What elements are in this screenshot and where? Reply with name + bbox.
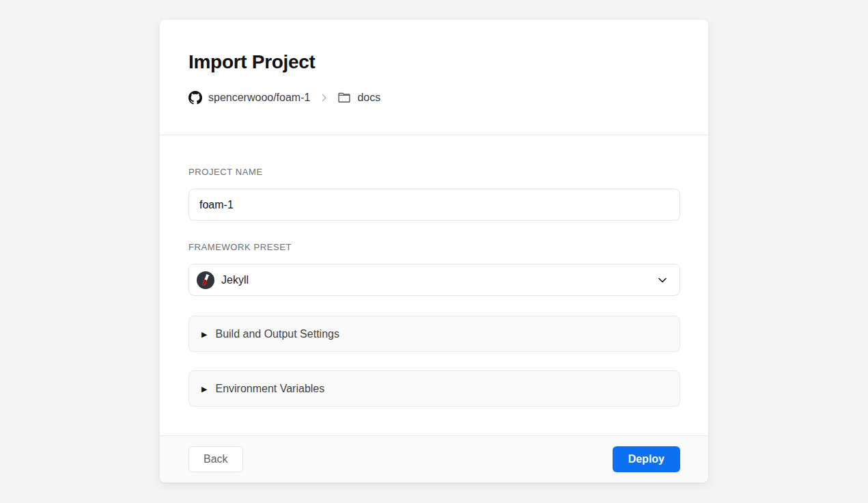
framework-preset-label: FRAMEWORK PRESET — [188, 242, 680, 252]
chevron-down-icon — [657, 275, 668, 286]
breadcrumb-repo: spencerwooo/foam-1 — [208, 92, 310, 104]
dialog-footer: Back Deploy — [160, 435, 708, 482]
project-name-input[interactable] — [188, 189, 680, 221]
triangle-right-icon: ▶ — [201, 331, 207, 338]
accordion-build-output-settings[interactable]: ▶ Build and Output Settings — [188, 316, 680, 352]
accordion-environment-variables[interactable]: ▶ Environment Variables — [188, 370, 680, 407]
page-title: Import Project — [188, 51, 680, 73]
dialog-body: PROJECT NAME FRAMEWORK PRESET Jekyll — [160, 135, 708, 435]
accordion-label: Build and Output Settings — [215, 328, 339, 340]
chevron-right-icon — [318, 92, 329, 103]
github-icon — [188, 91, 202, 105]
framework-preset-value: Jekyll — [221, 274, 249, 286]
breadcrumb-directory: docs — [357, 92, 380, 104]
dialog-header: Import Project spencerwooo/foam-1 docs — [160, 20, 708, 135]
accordion-label: Environment Variables — [215, 383, 324, 395]
project-name-label: PROJECT NAME — [188, 167, 680, 177]
back-button[interactable]: Back — [188, 446, 243, 472]
import-project-dialog: Import Project spencerwooo/foam-1 docs — [160, 20, 708, 482]
breadcrumb: spencerwooo/foam-1 docs — [188, 91, 680, 105]
triangle-right-icon: ▶ — [201, 385, 207, 393]
framework-preset-select[interactable]: Jekyll — [188, 264, 680, 296]
folder-icon — [337, 91, 351, 105]
jekyll-icon — [197, 271, 214, 289]
deploy-button[interactable]: Deploy — [613, 446, 680, 472]
